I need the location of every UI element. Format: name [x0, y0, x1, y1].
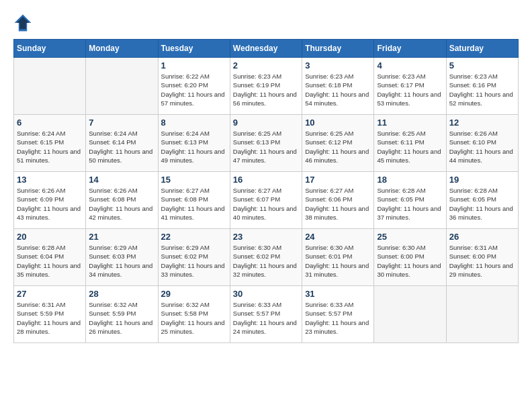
weekday-header-monday: Monday [86, 40, 158, 58]
calendar-cell: 23Sunrise: 6:30 AM Sunset: 6:02 PM Dayli… [230, 229, 302, 286]
day-info: Sunrise: 6:27 AM Sunset: 6:07 PM Dayligh… [233, 186, 299, 222]
logo-icon [13, 13, 32, 32]
calendar-header: SundayMondayTuesdayWednesdayThursdayFrid… [14, 40, 519, 58]
day-number: 24 [305, 232, 371, 242]
calendar-cell: 1Sunrise: 6:22 AM Sunset: 6:20 PM Daylig… [158, 58, 230, 115]
day-number: 1 [161, 60, 227, 71]
day-info: Sunrise: 6:31 AM Sunset: 5:59 PM Dayligh… [17, 300, 83, 336]
day-number: 17 [305, 175, 371, 185]
calendar-cell: 27Sunrise: 6:31 AM Sunset: 5:59 PM Dayli… [14, 286, 86, 343]
day-number: 2 [233, 60, 299, 71]
calendar-cell: 11Sunrise: 6:25 AM Sunset: 6:11 PM Dayli… [374, 115, 446, 172]
weekday-header-friday: Friday [374, 40, 446, 58]
day-info: Sunrise: 6:24 AM Sunset: 6:14 PM Dayligh… [89, 129, 154, 165]
day-number: 18 [377, 175, 443, 185]
day-info: Sunrise: 6:32 AM Sunset: 5:58 PM Dayligh… [161, 300, 227, 336]
calendar-cell: 8Sunrise: 6:24 AM Sunset: 6:13 PM Daylig… [158, 115, 230, 172]
calendar-cell: 17Sunrise: 6:27 AM Sunset: 6:06 PM Dayli… [302, 172, 374, 229]
calendar-cell: 24Sunrise: 6:30 AM Sunset: 6:01 PM Dayli… [302, 229, 374, 286]
calendar-cell: 13Sunrise: 6:26 AM Sunset: 6:09 PM Dayli… [14, 172, 86, 229]
calendar-cell: 29Sunrise: 6:32 AM Sunset: 5:58 PM Dayli… [158, 286, 230, 343]
day-number: 30 [233, 289, 299, 299]
calendar-week-4: 20Sunrise: 6:28 AM Sunset: 6:04 PM Dayli… [14, 229, 519, 286]
day-number: 6 [17, 118, 83, 128]
day-info: Sunrise: 6:30 AM Sunset: 6:02 PM Dayligh… [233, 243, 299, 279]
calendar-cell: 22Sunrise: 6:29 AM Sunset: 6:02 PM Dayli… [158, 229, 230, 286]
day-info: Sunrise: 6:26 AM Sunset: 6:08 PM Dayligh… [89, 186, 154, 222]
day-info: Sunrise: 6:26 AM Sunset: 6:10 PM Dayligh… [449, 129, 515, 165]
day-info: Sunrise: 6:24 AM Sunset: 6:13 PM Dayligh… [161, 129, 227, 165]
day-number: 16 [233, 175, 299, 185]
calendar-cell: 3Sunrise: 6:23 AM Sunset: 6:18 PM Daylig… [302, 58, 374, 115]
day-info: Sunrise: 6:22 AM Sunset: 6:20 PM Dayligh… [161, 72, 227, 107]
day-number: 25 [377, 232, 443, 242]
calendar-cell: 5Sunrise: 6:23 AM Sunset: 6:16 PM Daylig… [446, 58, 518, 115]
calendar-cell: 2Sunrise: 6:23 AM Sunset: 6:19 PM Daylig… [230, 58, 302, 115]
calendar-cell: 4Sunrise: 6:23 AM Sunset: 6:17 PM Daylig… [374, 58, 446, 115]
day-info: Sunrise: 6:23 AM Sunset: 6:17 PM Dayligh… [377, 72, 443, 107]
day-info: Sunrise: 6:25 AM Sunset: 6:13 PM Dayligh… [233, 129, 299, 165]
calendar-cell: 31Sunrise: 6:33 AM Sunset: 5:57 PM Dayli… [302, 286, 374, 343]
calendar-cell: 10Sunrise: 6:25 AM Sunset: 6:12 PM Dayli… [302, 115, 374, 172]
day-info: Sunrise: 6:27 AM Sunset: 6:06 PM Dayligh… [305, 186, 371, 222]
weekday-header-saturday: Saturday [446, 40, 518, 58]
day-number: 12 [449, 118, 515, 128]
weekday-header-wednesday: Wednesday [230, 40, 302, 58]
calendar-cell: 16Sunrise: 6:27 AM Sunset: 6:07 PM Dayli… [230, 172, 302, 229]
day-number: 22 [161, 232, 227, 242]
calendar-cell [14, 58, 86, 115]
day-number: 5 [449, 60, 515, 71]
day-number: 15 [161, 175, 227, 185]
calendar-cell: 28Sunrise: 6:32 AM Sunset: 5:59 PM Dayli… [86, 286, 158, 343]
calendar-week-5: 27Sunrise: 6:31 AM Sunset: 5:59 PM Dayli… [14, 286, 519, 343]
day-info: Sunrise: 6:29 AM Sunset: 6:03 PM Dayligh… [89, 243, 154, 279]
day-info: Sunrise: 6:23 AM Sunset: 6:19 PM Dayligh… [233, 72, 299, 107]
day-info: Sunrise: 6:30 AM Sunset: 6:01 PM Dayligh… [305, 243, 371, 279]
day-info: Sunrise: 6:32 AM Sunset: 5:59 PM Dayligh… [89, 300, 154, 336]
day-info: Sunrise: 6:23 AM Sunset: 6:16 PM Dayligh… [449, 72, 515, 107]
day-info: Sunrise: 6:25 AM Sunset: 6:12 PM Dayligh… [305, 129, 371, 165]
weekday-header-tuesday: Tuesday [158, 40, 230, 58]
day-number: 3 [305, 60, 371, 71]
day-number: 8 [161, 118, 227, 128]
weekday-header-sunday: Sunday [14, 40, 86, 58]
calendar-cell [86, 58, 158, 115]
day-info: Sunrise: 6:28 AM Sunset: 6:05 PM Dayligh… [449, 186, 515, 222]
svg-marker-1 [17, 17, 30, 30]
calendar-cell: 20Sunrise: 6:28 AM Sunset: 6:04 PM Dayli… [14, 229, 86, 286]
calendar-cell: 15Sunrise: 6:27 AM Sunset: 6:08 PM Dayli… [158, 172, 230, 229]
day-number: 9 [233, 118, 299, 128]
day-number: 4 [377, 60, 443, 71]
day-number: 27 [17, 289, 83, 299]
calendar-cell: 25Sunrise: 6:30 AM Sunset: 6:00 PM Dayli… [374, 229, 446, 286]
calendar-cell: 21Sunrise: 6:29 AM Sunset: 6:03 PM Dayli… [86, 229, 158, 286]
calendar-cell: 6Sunrise: 6:24 AM Sunset: 6:15 PM Daylig… [14, 115, 86, 172]
calendar-cell: 26Sunrise: 6:31 AM Sunset: 6:00 PM Dayli… [446, 229, 518, 286]
calendar-week-3: 13Sunrise: 6:26 AM Sunset: 6:09 PM Dayli… [14, 172, 519, 229]
day-number: 23 [233, 232, 299, 242]
weekday-header-row: SundayMondayTuesdayWednesdayThursdayFrid… [14, 40, 519, 58]
calendar-table: SundayMondayTuesdayWednesdayThursdayFrid… [13, 39, 519, 343]
day-number: 7 [89, 118, 154, 128]
day-info: Sunrise: 6:30 AM Sunset: 6:00 PM Dayligh… [377, 243, 443, 279]
day-number: 26 [449, 232, 515, 242]
day-info: Sunrise: 6:24 AM Sunset: 6:15 PM Dayligh… [17, 129, 83, 165]
logo [13, 13, 35, 32]
calendar-cell: 7Sunrise: 6:24 AM Sunset: 6:14 PM Daylig… [86, 115, 158, 172]
day-number: 21 [89, 232, 154, 242]
day-number: 29 [161, 289, 227, 299]
calendar-cell [446, 286, 518, 343]
calendar-cell: 12Sunrise: 6:26 AM Sunset: 6:10 PM Dayli… [446, 115, 518, 172]
calendar-cell: 18Sunrise: 6:28 AM Sunset: 6:05 PM Dayli… [374, 172, 446, 229]
weekday-header-thursday: Thursday [302, 40, 374, 58]
day-info: Sunrise: 6:28 AM Sunset: 6:04 PM Dayligh… [17, 243, 83, 279]
day-number: 19 [449, 175, 515, 185]
day-info: Sunrise: 6:29 AM Sunset: 6:02 PM Dayligh… [161, 243, 227, 279]
day-info: Sunrise: 6:33 AM Sunset: 5:57 PM Dayligh… [305, 300, 371, 336]
calendar-cell: 14Sunrise: 6:26 AM Sunset: 6:08 PM Dayli… [86, 172, 158, 229]
day-info: Sunrise: 6:26 AM Sunset: 6:09 PM Dayligh… [17, 186, 83, 222]
day-info: Sunrise: 6:27 AM Sunset: 6:08 PM Dayligh… [161, 186, 227, 222]
calendar-week-1: 1Sunrise: 6:22 AM Sunset: 6:20 PM Daylig… [14, 58, 519, 115]
day-info: Sunrise: 6:25 AM Sunset: 6:11 PM Dayligh… [377, 129, 443, 165]
day-info: Sunrise: 6:23 AM Sunset: 6:18 PM Dayligh… [305, 72, 371, 107]
